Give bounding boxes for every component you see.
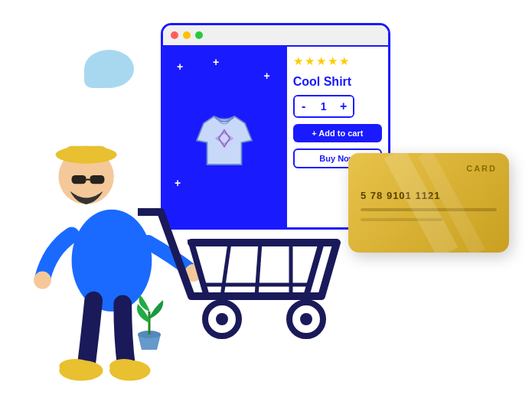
svg-point-20 — [216, 313, 228, 325]
add-to-cart-button[interactable]: + Add to cart — [293, 124, 382, 142]
svg-rect-6 — [72, 175, 86, 184]
svg-point-22 — [300, 313, 312, 325]
card-lines: 5 78 9101 1121 — [361, 190, 497, 221]
plant-decoration — [126, 289, 172, 350]
scene: + + + + ★ — [0, 0, 532, 411]
browser-dot-red — [171, 31, 178, 39]
sparkle-2: + — [213, 56, 219, 68]
star-3: ★ — [316, 54, 326, 68]
browser-bar — [163, 25, 388, 47]
product-title: Cool Shirt — [293, 74, 382, 89]
svg-rect-5 — [64, 146, 108, 162]
svg-point-12 — [59, 359, 91, 373]
sparkle-3: + — [264, 70, 270, 82]
sparkle-1: + — [177, 60, 183, 73]
browser-dot-green — [195, 31, 203, 39]
quantity-value: 1 — [313, 100, 335, 113]
svg-line-16 — [256, 243, 260, 296]
card-stripe-1 — [361, 208, 497, 211]
quantity-decrease-button[interactable]: - — [295, 96, 313, 116]
star-1: ★ — [293, 54, 303, 68]
svg-rect-7 — [90, 175, 104, 184]
star-rating: ★ ★ ★ ★ ★ — [293, 54, 382, 68]
svg-line-15 — [222, 243, 230, 296]
star-5: ★ — [339, 54, 349, 68]
star-2: ★ — [305, 54, 315, 68]
quantity-control[interactable]: - 1 + — [293, 95, 354, 118]
card-label: CARD — [361, 164, 497, 173]
svg-point-9 — [34, 272, 51, 289]
card-stripe-2 — [361, 218, 442, 221]
shopping-cart — [138, 197, 367, 396]
svg-point-14 — [109, 359, 139, 373]
browser-dot-yellow — [183, 31, 191, 39]
credit-card: CARD 5 78 9101 1121 — [348, 153, 509, 253]
star-4: ★ — [328, 54, 338, 68]
quantity-increase-button[interactable]: + — [335, 96, 353, 116]
card-number: 5 78 9101 1121 — [361, 190, 497, 201]
